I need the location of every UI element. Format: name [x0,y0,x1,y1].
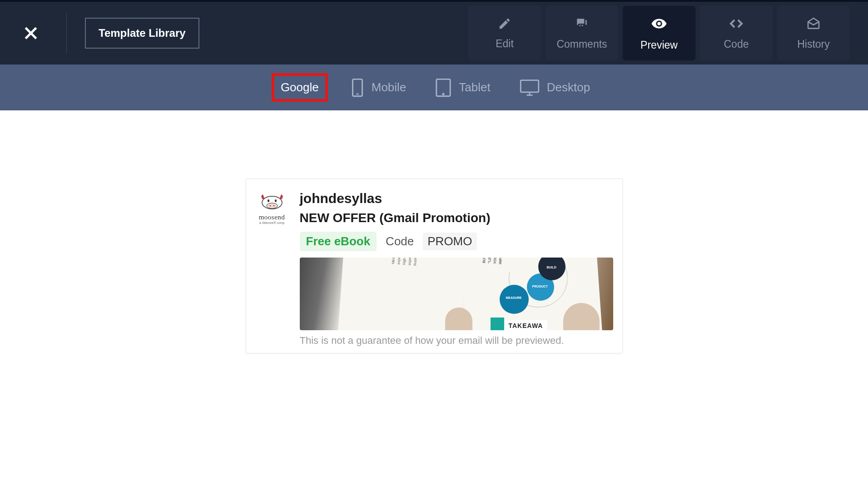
header-tabs: Edit Comments Preview Code History [468,6,850,60]
svg-point-5 [443,93,444,94]
desktop-icon [520,79,540,96]
tab-comments[interactable]: Comments [546,6,618,60]
device-tablet[interactable]: Tablet [429,74,496,102]
email-badges: Free eBook Code PROMO [300,232,613,251]
tab-label: Edit [496,38,514,50]
device-label: Mobile [372,80,407,94]
template-library-button[interactable]: Template Library [85,18,199,49]
device-mobile[interactable]: Mobile [344,74,413,102]
device-desktop[interactable]: Desktop [513,74,596,101]
hero-circle-measure: MEASURE [506,296,522,299]
close-icon [22,24,40,42]
cow-icon [259,191,285,210]
svg-point-10 [268,199,269,202]
promo-code-label: Code [386,234,414,248]
app-header: Template Library Edit Comments Preview C… [0,0,868,64]
tab-label: Preview [640,39,678,51]
tab-edit[interactable]: Edit [468,6,541,60]
preview-canvas: moosend a Sitecore® comp johndesyllas NE… [0,110,868,353]
hero-takeaway: TAKEAWA [504,320,548,330]
close-button[interactable] [18,20,44,46]
device-label: Google [281,80,319,94]
svg-point-12 [267,203,278,208]
preview-disclaimer: This is not a guarantee of how your emai… [300,335,613,347]
tab-history[interactable]: History [777,6,850,60]
tab-label: Comments [556,38,607,50]
email-sender: johndesyllas [300,191,613,206]
device-google[interactable]: Google [272,73,328,102]
brand-name: moosend [255,213,289,221]
device-label: Desktop [547,80,590,94]
email-preview-card: moosend a Sitecore® comp johndesyllas NE… [246,179,623,353]
brand-logo: moosend a Sitecore® comp [255,191,289,347]
email-subject: NEW OFFER (Gmail Promotion) [300,211,613,225]
svg-point-11 [275,199,277,202]
tablet-icon [435,78,451,97]
eye-icon [651,15,667,32]
mobile-icon [351,78,364,97]
comments-icon [575,16,589,31]
brand-subtitle: a Sitecore® comp [255,221,289,224]
device-label: Tablet [459,80,490,94]
svg-point-14 [273,205,274,206]
offer-badge: Free eBook [300,232,377,251]
hero-circle-build: BUILD [547,266,556,269]
pencil-icon [498,17,511,30]
svg-rect-6 [521,80,539,92]
hero-circle-product: PRODUCT [532,285,548,288]
email-hero-image: Minimum Desirable Product simplest exper… [300,258,613,330]
tab-label: History [797,38,830,50]
preview-device-bar: Google Mobile Tablet Desktop [0,64,868,110]
promo-code-value: PROMO [423,233,476,250]
code-icon [729,16,744,31]
envelope-open-icon [806,16,821,31]
tab-code[interactable]: Code [700,6,773,60]
tab-label: Code [724,38,749,50]
header-divider [66,13,67,54]
tab-preview[interactable]: Preview [623,6,695,60]
svg-point-13 [269,205,270,206]
